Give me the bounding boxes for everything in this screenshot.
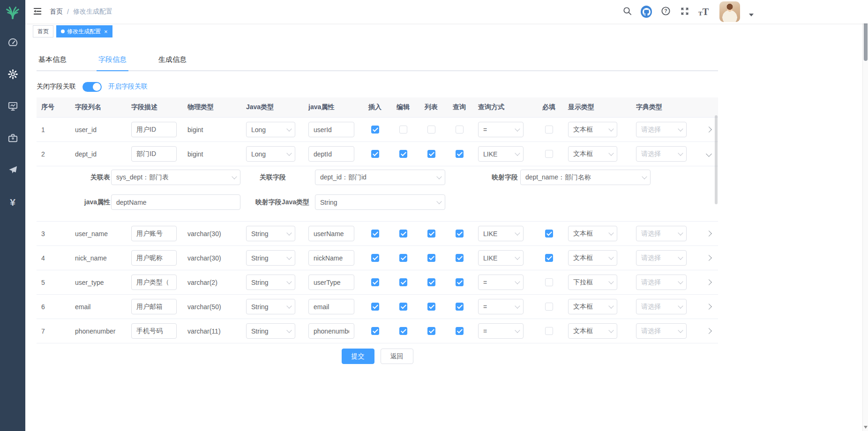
table-scrollbar-thumb[interactable]: [715, 115, 718, 204]
dict-type-select[interactable]: 请选择: [636, 299, 687, 314]
tag-home[interactable]: 首页: [33, 25, 53, 37]
edit-checkbox-checked[interactable]: [399, 254, 407, 262]
sidebar-item-tool[interactable]: [0, 123, 25, 155]
list-checkbox-checked[interactable]: [427, 327, 435, 335]
query-type-select[interactable]: LIKE: [478, 250, 524, 266]
edit-checkbox-checked[interactable]: [399, 327, 407, 335]
sidebar-item-monitor[interactable]: [0, 91, 25, 123]
java-field-input[interactable]: [308, 122, 354, 137]
required-checkbox[interactable]: [545, 303, 553, 311]
html-type-select[interactable]: 文本框: [568, 250, 617, 266]
html-type-select[interactable]: 文本框: [568, 146, 617, 162]
java-field-input[interactable]: [308, 250, 354, 266]
query-checkbox-checked[interactable]: [456, 278, 464, 286]
insert-checkbox-checked[interactable]: [371, 327, 379, 335]
user-menu-caret-icon[interactable]: [749, 14, 754, 16]
dict-type-select[interactable]: 请选择: [636, 250, 687, 266]
expansion-select[interactable]: dept_id：部门id: [315, 170, 445, 185]
font-size-button[interactable]: TT: [698, 7, 709, 16]
column-comment-input[interactable]: [131, 146, 177, 162]
edit-checkbox-checked[interactable]: [399, 150, 407, 158]
query-type-select[interactable]: =: [478, 275, 524, 290]
query-checkbox-checked[interactable]: [456, 230, 464, 238]
list-checkbox-checked[interactable]: [427, 278, 435, 286]
query-type-select[interactable]: LIKE: [478, 226, 524, 241]
help-button[interactable]: ?: [660, 6, 671, 17]
required-checkbox[interactable]: [545, 327, 553, 335]
association-toggle[interactable]: [82, 82, 102, 92]
java-field-input[interactable]: [308, 226, 354, 241]
insert-checkbox-checked[interactable]: [371, 254, 379, 262]
list-checkbox-checked[interactable]: [427, 303, 435, 311]
dict-type-select[interactable]: 请选择: [636, 323, 687, 339]
query-checkbox-checked[interactable]: [456, 327, 464, 335]
java-field-input[interactable]: [308, 323, 354, 339]
column-comment-input[interactable]: [131, 122, 177, 137]
page-scrollbar[interactable]: [862, 0, 868, 431]
required-checkbox[interactable]: [545, 278, 553, 286]
tab-field-info[interactable]: 字段信息: [97, 51, 128, 71]
chevron-right-icon[interactable]: [706, 328, 712, 334]
edit-checkbox-checked[interactable]: [399, 303, 407, 311]
column-comment-input[interactable]: [131, 275, 177, 290]
chevron-right-icon[interactable]: [706, 279, 712, 285]
sidebar-item-pay[interactable]: ¥: [0, 186, 25, 218]
java-field-input[interactable]: [308, 275, 354, 290]
query-type-select[interactable]: LIKE: [478, 146, 524, 162]
app-logo[interactable]: [0, 0, 25, 27]
html-type-select[interactable]: 文本框: [568, 226, 617, 241]
expansion-select[interactable]: String: [315, 194, 445, 210]
tab-gen-info[interactable]: 生成信息: [157, 51, 188, 71]
html-type-select[interactable]: 文本框: [568, 299, 617, 314]
list-checkbox-checked[interactable]: [427, 254, 435, 262]
user-avatar[interactable]: [719, 1, 740, 22]
tab-basic-info[interactable]: 基本信息: [37, 51, 68, 71]
github-link[interactable]: [641, 6, 652, 17]
java-type-select[interactable]: Long: [246, 122, 295, 137]
sidebar-item-official-site[interactable]: [0, 155, 25, 186]
java-type-select[interactable]: String: [246, 275, 295, 290]
sidebar-item-dashboard[interactable]: [0, 27, 25, 59]
java-field-input[interactable]: [308, 146, 354, 162]
edit-checkbox-checked[interactable]: [399, 278, 407, 286]
chevron-right-icon[interactable]: [706, 255, 712, 261]
list-checkbox[interactable]: [427, 126, 435, 134]
java-type-select[interactable]: String: [246, 323, 295, 339]
chevron-right-icon[interactable]: [706, 304, 712, 310]
chevron-right-icon[interactable]: [706, 126, 712, 133]
scroll-down-arrow[interactable]: [864, 426, 868, 429]
insert-checkbox-checked[interactable]: [371, 150, 379, 158]
column-comment-input[interactable]: [131, 299, 177, 314]
edit-checkbox-checked[interactable]: [399, 230, 407, 238]
query-checkbox[interactable]: [456, 126, 464, 134]
column-comment-input[interactable]: [131, 250, 177, 266]
dict-type-select[interactable]: 请选择: [636, 122, 687, 137]
chevron-down-icon[interactable]: [706, 151, 712, 157]
search-button[interactable]: [621, 6, 633, 17]
html-type-select[interactable]: 下拉框: [568, 275, 617, 290]
tag-current-page[interactable]: 修改生成配置 ×: [56, 25, 112, 37]
expansion-input[interactable]: [111, 194, 240, 210]
required-checkbox[interactable]: [545, 150, 553, 158]
dict-type-select[interactable]: 请选择: [636, 146, 687, 162]
column-comment-input[interactable]: [131, 226, 177, 241]
submit-button[interactable]: 提交: [342, 349, 374, 364]
java-type-select[interactable]: String: [246, 299, 295, 314]
edit-checkbox[interactable]: [399, 126, 407, 134]
java-type-select[interactable]: Long: [246, 146, 295, 162]
html-type-select[interactable]: 文本框: [568, 122, 617, 137]
query-type-select[interactable]: =: [478, 323, 524, 339]
dict-type-select[interactable]: 请选择: [636, 226, 687, 241]
insert-checkbox-checked[interactable]: [371, 126, 379, 134]
required-checkbox-checked[interactable]: [545, 230, 553, 238]
query-type-select[interactable]: =: [478, 299, 524, 314]
java-type-select[interactable]: String: [246, 226, 295, 241]
expansion-select[interactable]: dept_name：部门名称: [520, 170, 651, 185]
java-field-input[interactable]: [308, 299, 354, 314]
insert-checkbox-checked[interactable]: [371, 303, 379, 311]
html-type-select[interactable]: 文本框: [568, 323, 617, 339]
breadcrumb-home[interactable]: 首页: [50, 7, 63, 16]
back-button[interactable]: 返回: [381, 349, 413, 364]
insert-checkbox-checked[interactable]: [371, 230, 379, 238]
tag-close-icon[interactable]: ×: [104, 29, 108, 35]
